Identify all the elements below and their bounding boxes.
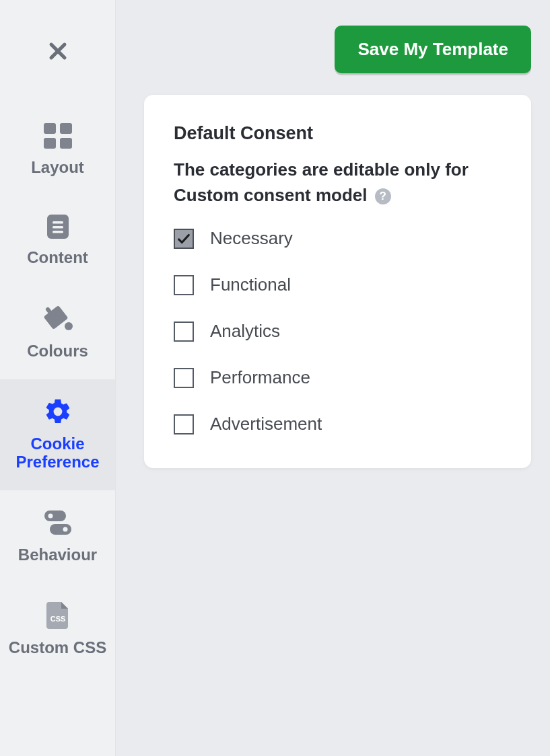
svg-rect-7 [53, 221, 63, 224]
css-file-icon: CSS [45, 601, 71, 630]
card-title: Default Consent [174, 123, 502, 144]
svg-rect-8 [53, 226, 63, 229]
category-row-performance: Performance [174, 367, 502, 388]
document-icon [46, 213, 70, 240]
help-icon[interactable]: ? [375, 188, 391, 204]
sidebar-item-behaviour[interactable]: Behaviour [0, 490, 115, 583]
sidebar-item-colours[interactable]: Colours [0, 285, 115, 379]
svg-point-12 [65, 322, 73, 330]
gear-icon [43, 397, 73, 426]
checkbox-functional[interactable] [174, 275, 194, 295]
category-row-functional: Functional [174, 274, 502, 295]
svg-rect-5 [60, 138, 72, 149]
category-label: Necessary [210, 228, 293, 249]
checkbox-necessary[interactable] [174, 229, 194, 249]
sidebar-item-label: Cookie Preference [7, 434, 108, 471]
grid-icon [42, 122, 73, 150]
sidebar-item-cookie-preference[interactable]: Cookie Preference [0, 379, 115, 490]
category-label: Analytics [210, 321, 280, 342]
category-row-analytics: Analytics [174, 321, 502, 342]
svg-rect-15 [50, 524, 71, 535]
save-template-button[interactable]: Save My Template [335, 26, 531, 73]
sidebar-item-label: Layout [31, 158, 84, 177]
main-panel: Save My Template Default Consent The cat… [116, 0, 550, 756]
category-label: Performance [210, 367, 310, 388]
category-row-necessary: Necessary [174, 228, 502, 249]
sidebar-item-label: Content [27, 248, 88, 267]
category-label: Advertisement [210, 414, 322, 434]
sidebar-item-layout[interactable]: Layout [0, 104, 115, 196]
svg-rect-3 [60, 123, 72, 134]
svg-point-16 [63, 527, 67, 531]
close-icon[interactable] [46, 40, 69, 65]
category-label: Functional [210, 274, 291, 295]
category-row-advertisement: Advertisement [174, 414, 502, 434]
checkbox-analytics[interactable] [174, 322, 194, 342]
svg-rect-4 [44, 138, 56, 149]
sidebar-item-custom-css[interactable]: CSS Custom CSS [0, 583, 115, 676]
checkbox-advertisement[interactable] [174, 414, 194, 434]
svg-text:CSS: CSS [50, 615, 65, 623]
svg-rect-9 [53, 231, 63, 233]
sidebar-item-label: Custom CSS [9, 638, 106, 657]
close-area [0, 0, 115, 104]
svg-point-14 [48, 513, 53, 518]
sidebar-item-label: Behaviour [18, 545, 97, 564]
card-subtitle: The categories are editable only for Cus… [174, 157, 502, 208]
card-subtitle-text: The categories are editable only for Cus… [174, 159, 469, 205]
sidebar-item-content[interactable]: Content [0, 196, 115, 286]
default-consent-card: Default Consent The categories are edita… [144, 95, 531, 468]
toggles-icon [42, 508, 74, 537]
header-actions: Save My Template [144, 26, 531, 73]
svg-rect-2 [44, 123, 56, 134]
paint-bucket-icon [41, 303, 75, 334]
sidebar-item-label: Colours [27, 342, 88, 361]
checkbox-performance[interactable] [174, 368, 194, 388]
sidebar: Layout Content Colours [0, 0, 116, 756]
svg-rect-13 [44, 511, 66, 521]
